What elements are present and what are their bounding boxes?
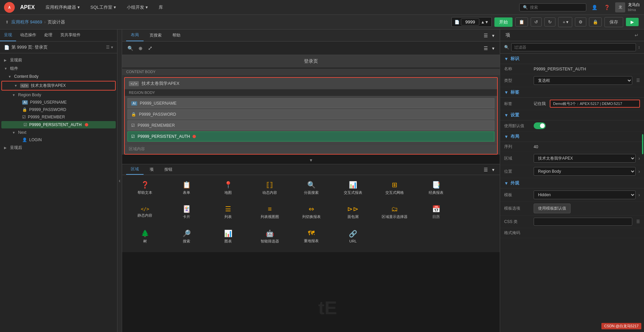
tree-components[interactable]: ▼ 组件 [0,64,117,73]
field-template-select[interactable]: Hidden [534,190,636,199]
undo-button[interactable]: ↺ [531,17,542,26]
page-selector[interactable]: 📄 ▲▼ [451,17,492,27]
field-type-select[interactable]: 复选框 [534,76,632,85]
section-collapse-label[interactable]: ▼ [504,90,508,95]
widget-chart[interactable]: 📊 图表 [208,226,248,246]
region-tech-name[interactable]: 技术太卷我学APEX [142,80,179,87]
search-input[interactable] [530,5,577,10]
tab-help[interactable]: 帮助 [168,30,185,41]
item-persistent-auth[interactable]: ☑ P9999_PERSISTENT_AUTH [127,131,494,142]
tab-dynamic-actions[interactable]: 动态操作 [16,30,40,41]
type-list-icon[interactable]: ☰ [636,78,640,83]
widget-ig[interactable]: ⊞ 交互式网格 [374,178,415,198]
region-arrow-icon[interactable]: › [638,156,640,161]
menu-canvas-icon[interactable]: ☰ [482,44,489,52]
tree-login[interactable]: 👤 LOGIN [0,136,117,144]
section-collapse-identity[interactable]: ▼ [504,56,508,61]
template-arrow-icon[interactable]: › [638,192,640,198]
filter-input[interactable] [511,43,636,51]
label-input[interactable] [550,100,640,108]
tree-render-after[interactable]: ▶ 呈现后 [0,144,117,152]
tab-shared-components[interactable]: 页共享组件 [56,30,85,41]
menu-icon[interactable]: ☰ [106,45,110,50]
widget-list[interactable]: ☰ 列表 [208,202,248,222]
page-number-input[interactable] [461,18,479,25]
resize-handle[interactable]: ▼ [122,157,500,164]
tree-content-body[interactable]: ▼ Content Body [0,73,117,80]
widget-url[interactable]: 🔗 URL [333,226,373,246]
bottom-menu-icon[interactable]: ☰ [482,166,489,174]
section-collapse-appearance[interactable]: ▼ [504,181,508,186]
copy-button[interactable]: 📋 [515,17,528,26]
add-button[interactable]: ＋▾ [558,17,572,27]
widget-geo-report[interactable]: 🗺 重地报表 [291,226,331,246]
widget-region-selector[interactable]: 🗂 区域显示选择器 [374,202,415,222]
nav-team-dev[interactable]: 小组开发 ▾ [124,3,151,12]
section-collapse-settings[interactable]: ▼ [504,113,508,118]
widget-classic-report[interactable]: 📑 经典报表 [416,178,456,198]
widget-help-text[interactable]: ❓ 帮助文本 [125,178,165,198]
item-password[interactable]: 🔒 P9999_PASSWORD [127,109,494,119]
widget-map[interactable]: 📍 地图 [208,178,248,198]
tree-region-tech[interactable]: ▼ </> 技术太卷我学APEX [1,81,116,91]
widget-cards[interactable]: 🃏 卡片 [166,202,207,222]
widget-calendar[interactable]: 📅 日历 [416,202,456,222]
item-username[interactable]: AI P9999_USERNAME [127,98,494,108]
widget-ir[interactable]: 📊 交互式报表 [333,178,373,198]
right-panel-arrow[interactable]: ↵ [635,33,639,38]
widget-search[interactable]: 🔎 搜索 [166,226,207,246]
tab-item[interactable]: 项 [145,165,158,174]
widget-list-view[interactable]: ≡ 列表视图图 [250,202,290,222]
tree-password[interactable]: 🔒 P9999_PASSWORD [0,106,117,113]
lock-button[interactable]: 🔒 [589,17,602,26]
tree-remember[interactable]: ☑ P9999_REMEMBER [0,113,117,121]
filter-sort-icon[interactable]: ↕ [638,45,640,50]
chevron-down-left[interactable]: ▾ [111,45,113,50]
widget-form[interactable]: 📋 表单 [166,178,207,198]
fullscreen-button[interactable]: ⤢ [147,44,154,53]
zoom-in-button[interactable]: ⊕ [137,44,144,52]
menu-middle-icon[interactable]: ☰ [482,32,489,40]
field-position-select[interactable]: Region Body [534,167,636,176]
section-collapse-layout[interactable]: ▼ [504,134,508,139]
nav-sql-workshop[interactable]: SQL工作室 ▾ [88,3,119,12]
chevron-middle-icon[interactable]: ▾ [491,32,496,40]
widget-column-toggle[interactable]: ⇔ 列切换报表 [291,202,331,222]
template-options-button[interactable]: 使用模板默认值 [534,204,571,213]
collapse-left-panel-button[interactable]: ‹ [117,30,122,332]
tree-username[interactable]: AI P9999_USERNAME [0,99,117,106]
nav-gallery[interactable]: 库 [156,3,166,12]
widget-dynamic-content[interactable]: ⟦⟧ 动态内容 [250,178,290,198]
bottom-chevron[interactable]: ▾ [491,166,496,174]
nav-app-builder[interactable]: 应用程序构建器 ▾ [43,3,83,12]
tab-region[interactable]: 区域 [126,164,144,175]
widget-tree[interactable]: 🌲 树 [125,226,165,246]
breadcrumb-app[interactable]: 应用程序 94869 [11,19,42,25]
run-button[interactable]: ▶ [626,18,639,26]
css-class-list-icon[interactable]: ☰ [636,219,640,224]
css-class-input[interactable] [534,218,632,226]
tree-region-body[interactable]: ▼ Region Body [0,91,117,99]
tab-page-search[interactable]: 页搜索 [145,30,166,41]
start-button[interactable]: 开始 [494,17,513,27]
widget-smart-filter[interactable]: 🤖 智能筛选器 [250,226,290,246]
search-toolbar-button[interactable]: 🔍 [126,44,135,52]
item-remember[interactable]: ☑ P9999_REMEMBER [127,120,494,130]
tab-processing[interactable]: 处理 [40,30,56,41]
search-box[interactable]: 🔍 [519,3,586,11]
tab-button[interactable]: 按钮 [160,165,177,174]
tree-next[interactable]: ▼ Next [0,129,117,136]
position-arrow-icon[interactable]: › [638,169,640,174]
use-default-toggle[interactable] [534,122,546,129]
tree-render-before[interactable]: ▶ 呈现前 [0,56,117,64]
tools-button[interactable]: ⚙ [575,17,586,26]
save-button[interactable]: 保存 [604,17,623,27]
widget-static-content[interactable]: </> 静态内容 [125,202,165,222]
tab-layout[interactable]: 布局 [126,30,144,41]
tab-render[interactable]: 呈现 [0,30,16,41]
redo-button[interactable]: ↻ [544,17,555,26]
widget-breadcrumb[interactable]: ⊳⊳ 面包屑 [333,202,373,222]
widget-faceted-search[interactable]: 🔍 分面搜索 [291,178,331,198]
help-icon[interactable]: ❓ [603,3,611,11]
tree-persistent-auth[interactable]: ☑ P9999_PERSISTENT_AUTH [1,121,116,128]
